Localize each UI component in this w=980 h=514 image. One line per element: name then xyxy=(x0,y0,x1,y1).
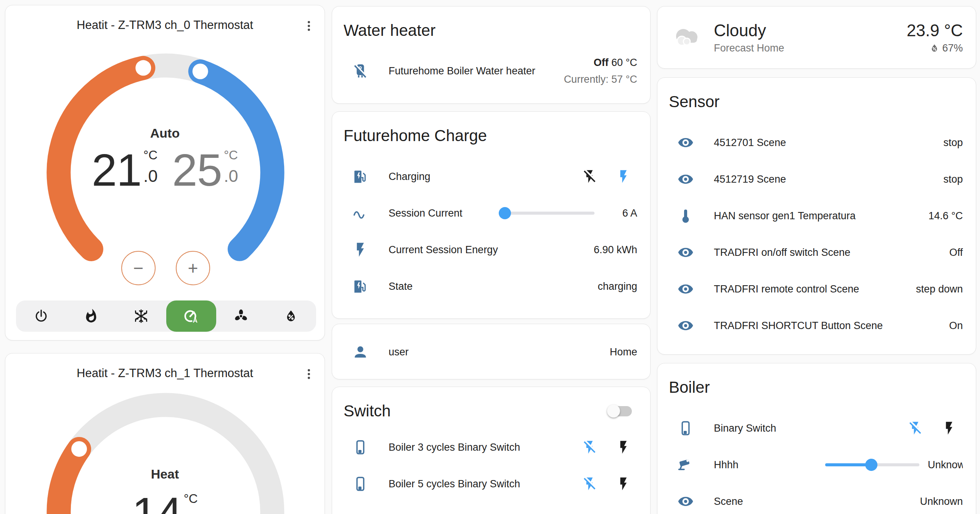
target-temp-unit: °C xyxy=(184,492,198,505)
sensor-row[interactable]: TRADFRI SHORTCUT Button Scene On xyxy=(657,307,976,344)
eye-icon xyxy=(677,281,694,297)
target-temp-value: 21 xyxy=(92,147,141,193)
row-label: Boiler 5 cycles Binary Switch xyxy=(389,478,520,490)
boiler-card: Boiler Binary Switch Hhhh Unknown Scene … xyxy=(657,363,976,514)
scene-row[interactable]: Scene Unknown xyxy=(657,483,976,514)
binary-switch-row[interactable]: Binary Switch xyxy=(657,410,976,447)
temp-increase-button[interactable]: + xyxy=(176,251,210,285)
hvac-mode-label: Heat xyxy=(5,467,325,482)
flash-off-icon[interactable] xyxy=(908,421,923,436)
state-row[interactable]: State charging xyxy=(332,268,650,305)
weather-card[interactable]: Cloudy Forecast Home 23.9 °C 67% xyxy=(657,6,976,69)
fire-icon xyxy=(84,308,99,324)
flash-icon[interactable] xyxy=(941,421,957,436)
row-label: Boiler 3 cycles Binary Switch xyxy=(389,442,520,453)
cool-handle[interactable] xyxy=(193,64,208,79)
charging-row[interactable]: Charging xyxy=(332,158,650,195)
card-title: Boiler xyxy=(657,363,976,398)
mode-auto-button[interactable] xyxy=(166,300,216,332)
slider-knob[interactable] xyxy=(865,459,877,471)
row-value: charging xyxy=(598,281,637,292)
slider-knob[interactable] xyxy=(499,207,511,219)
eye-icon xyxy=(677,244,694,261)
weather-temperature: 23.9 °C xyxy=(907,20,963,41)
cellphone-icon xyxy=(352,475,369,492)
snowflake-icon xyxy=(133,308,149,324)
sensor-row[interactable]: TRADFRI remote control Scene step down xyxy=(657,271,976,307)
switch-row[interactable]: Boiler 3 cycles Binary Switch xyxy=(332,429,650,466)
slider-track[interactable] xyxy=(499,212,594,215)
row-label: Binary Switch xyxy=(714,422,776,434)
mode-off-button[interactable] xyxy=(16,300,66,332)
switch-all-toggle[interactable] xyxy=(608,406,632,416)
eye-icon xyxy=(677,171,694,188)
mode-fan-button[interactable] xyxy=(216,300,266,332)
user-row[interactable]: user Home xyxy=(332,324,650,379)
row-label: Hhhh xyxy=(714,459,739,471)
cellphone-icon xyxy=(352,439,369,456)
mode-heat-button[interactable] xyxy=(66,300,116,332)
heat-handle[interactable] xyxy=(71,441,87,457)
thermostat-card-ch0: Heatit - Z-TRM3 ch_0 Thermostat Auto 21 … xyxy=(5,5,325,341)
water-heater-setpoint: 60 °C xyxy=(611,57,637,68)
water-heater-row[interactable]: Futurehome Boiler Water heater Off 60 °C… xyxy=(332,50,650,92)
flash-icon xyxy=(352,241,369,258)
row-value: On xyxy=(949,320,963,332)
cloudy-icon xyxy=(670,25,704,50)
weather-humidity: 67% xyxy=(942,41,963,55)
ev-station-icon xyxy=(352,168,369,185)
flash-off-icon[interactable] xyxy=(582,476,597,492)
water-boiler-off-icon xyxy=(352,63,369,79)
sensor-row[interactable]: HAN sensor gen1 Temperatura 14.6 °C xyxy=(657,198,976,234)
sensor-row[interactable]: 4512701 Scene stop xyxy=(657,124,976,161)
row-value: Unknown xyxy=(928,459,963,471)
flash-off-icon[interactable] xyxy=(582,169,597,184)
cellphone-icon xyxy=(677,420,694,437)
flash-icon[interactable] xyxy=(616,476,631,492)
row-value: 6.90 kWh xyxy=(594,244,637,256)
user-state: Home xyxy=(610,346,637,358)
target-temp-decimal: .0 xyxy=(143,169,158,184)
row-label: TRADFRI remote control Scene xyxy=(714,283,859,295)
sensor-row[interactable]: 4512719 Scene stop xyxy=(657,161,976,198)
row-value: stop xyxy=(943,137,963,149)
current-temp-decimal: .0 xyxy=(224,169,238,184)
flash-off-icon[interactable] xyxy=(582,440,597,455)
weather-condition: Cloudy xyxy=(714,20,784,41)
toggle-knob xyxy=(607,405,620,418)
entity-name: Futurehome Boiler Water heater xyxy=(389,65,535,77)
mode-dry-button[interactable] xyxy=(266,300,316,332)
eye-icon xyxy=(677,317,694,334)
water-percent-icon xyxy=(283,308,299,324)
slider-active xyxy=(825,463,871,466)
session-energy-row[interactable]: Current Session Energy 6.90 kWh xyxy=(332,231,650,268)
mode-cool-button[interactable] xyxy=(116,300,166,332)
user-name: user xyxy=(389,346,409,358)
cctv-icon xyxy=(677,456,694,473)
power-icon xyxy=(34,308,49,324)
row-label: Scene xyxy=(714,496,743,508)
user-card: user Home xyxy=(332,324,651,379)
flash-icon[interactable] xyxy=(616,440,631,455)
ev-station-icon xyxy=(352,278,369,295)
water-heater-current: Currently: 57 °C xyxy=(564,71,637,88)
humidity-icon xyxy=(929,43,940,53)
hhhh-row[interactable]: Hhhh Unknown xyxy=(657,447,976,483)
sensor-row[interactable]: TRADFRI on/off switch Scene Off xyxy=(657,234,976,271)
row-value: 14.6 °C xyxy=(929,210,963,222)
flash-icon[interactable] xyxy=(616,169,631,184)
row-label: 4512701 Scene xyxy=(714,137,786,149)
card-title: Switch xyxy=(344,401,391,421)
weather-subtitle: Forecast Home xyxy=(714,41,784,55)
temperature-readout: 14 °C xyxy=(5,491,325,514)
card-title: Water heater xyxy=(332,6,650,41)
target-temp: 21 °C .0 xyxy=(92,147,158,193)
temp-decrease-button[interactable]: − xyxy=(121,251,156,285)
session-current-row[interactable]: Session Current 6 A xyxy=(332,195,650,231)
switch-card: Switch Boiler 3 cycles Binary Switch Boi… xyxy=(332,387,651,514)
thermostat-auto-icon xyxy=(182,307,200,325)
eye-icon xyxy=(677,493,694,510)
heat-handle[interactable] xyxy=(135,60,151,76)
eye-icon xyxy=(677,134,694,151)
switch-row[interactable]: Boiler 5 cycles Binary Switch xyxy=(332,466,650,502)
